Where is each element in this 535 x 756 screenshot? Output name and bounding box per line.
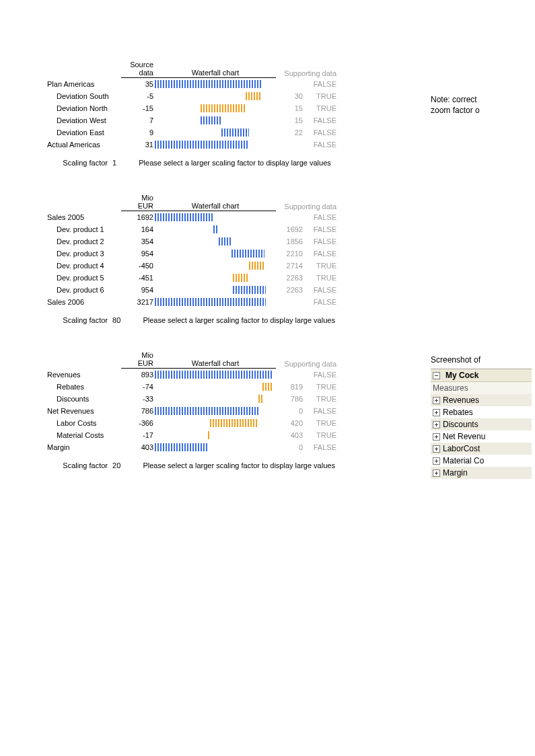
row-label: Dev. product 2 [47, 237, 121, 245]
row-label: Net Revenues [47, 407, 121, 415]
row-value: 9 [121, 128, 155, 137]
value-col-header: MioEUR [121, 351, 155, 369]
support-bool: FALSE [303, 443, 336, 451]
support-bool: FALSE [303, 237, 336, 245]
support-bool: FALSE [303, 286, 336, 294]
row-value: 1692 [121, 213, 155, 221]
panel-row[interactable]: Material Co [431, 455, 532, 467]
panel-row-label: Revenues [443, 395, 479, 406]
panel-row[interactable]: Net Revenu [431, 430, 532, 443]
bar-segment [155, 407, 258, 415]
panel-header[interactable]: My Cock [431, 369, 532, 382]
expand-icon[interactable] [433, 409, 440, 416]
table-row: Sales 2005 1692 FALSE [47, 211, 384, 223]
row-label: Deviation North [47, 104, 121, 112]
row-label: Deviation East [47, 128, 121, 137]
table-row: Deviation West 7 15 FALSE [47, 114, 384, 126]
support-value: 0 [276, 443, 303, 451]
row-label: Deviation West [47, 116, 121, 124]
panel-row[interactable]: Rebates [431, 406, 532, 418]
expand-icon[interactable] [433, 421, 440, 428]
scaling-factor-value: 20 [112, 461, 120, 469]
bar-cell [155, 140, 276, 149]
bar-segment [262, 383, 272, 391]
row-value: 354 [121, 237, 155, 245]
table-row: Material Costs -17 403 TRUE [47, 429, 384, 441]
row-label: Sales 2005 [47, 213, 121, 221]
bar-segment [155, 213, 213, 221]
table-row: Dev. product 3 954 2210 FALSE [47, 248, 384, 260]
bar-cell [155, 79, 276, 89]
support-value: 0 [276, 407, 303, 415]
table-row: Dev. product 5 -451 2263 TRUE [47, 272, 384, 284]
row-label: Margin [47, 443, 121, 451]
support-bool: FALSE [303, 250, 336, 258]
bar-segment [249, 262, 264, 270]
row-value: 7 [121, 116, 155, 124]
bar-cell [155, 116, 276, 125]
panel-row[interactable]: LaborCost [431, 443, 532, 455]
bar-cell [155, 297, 276, 307]
chart-title: Waterfall chart [155, 359, 276, 369]
panel-row[interactable]: Discounts [431, 418, 532, 430]
panel-row-label: Material Co [443, 455, 484, 466]
table-row: Actual Americas 31 FALSE [47, 139, 384, 151]
row-value: -451 [121, 274, 155, 282]
expand-icon[interactable] [433, 457, 440, 465]
row-label: Dev. product 6 [47, 286, 121, 294]
support-bool: FALSE [303, 225, 336, 233]
expand-icon[interactable] [433, 469, 440, 477]
row-value: -450 [121, 262, 155, 270]
bar-segment [210, 419, 258, 427]
row-value: 403 [121, 443, 155, 451]
row-label: Discounts [47, 395, 121, 403]
value-col-header: MioEUR [121, 194, 155, 211]
row-label: Labor Costs [47, 419, 121, 427]
support-value: 2263 [276, 286, 303, 294]
bar-segment [233, 274, 248, 282]
scaling-hint: Please select a larger scaling factor to… [143, 461, 335, 469]
expand-icon[interactable] [433, 445, 440, 453]
bar-segment [246, 92, 261, 100]
table-row: Deviation North -15 15 TRUE [47, 102, 384, 114]
table-row: Dev. product 1 164 1692 FALSE [47, 223, 384, 235]
bar-cell [155, 273, 276, 282]
waterfall-0: Sourcedata Waterfall chart Supporting da… [47, 61, 384, 167]
bar-segment [155, 80, 261, 88]
support-bool: TRUE [303, 262, 336, 270]
row-label: Dev. product 3 [47, 250, 121, 258]
expand-icon[interactable] [433, 433, 440, 441]
screenshot-label: Screenshot of [431, 355, 480, 365]
panel-row[interactable]: Revenues [431, 394, 532, 406]
row-label: Dev. product 5 [47, 274, 121, 282]
table-row: Rebates -74 819 TRUE [47, 381, 384, 393]
support-value: 15 [276, 104, 303, 112]
table-row: Margin 403 0 FALSE [47, 441, 384, 453]
row-label: Plan Americas [47, 80, 121, 88]
bar-cell [155, 261, 276, 270]
collapse-icon[interactable] [433, 372, 440, 379]
bar-segment [213, 225, 219, 233]
support-value: 420 [276, 419, 303, 427]
support-value: 786 [276, 395, 303, 403]
panel-row-label: Rebates [443, 407, 473, 418]
support-value: 2714 [276, 262, 303, 270]
expand-icon[interactable] [433, 397, 440, 404]
bar-cell [155, 237, 276, 246]
bar-segment [219, 237, 231, 245]
bar-cell [155, 213, 276, 222]
table-row: Plan Americas 35 FALSE [47, 78, 384, 90]
support-value: 2210 [276, 250, 303, 258]
measures-heading: Measures [431, 382, 532, 394]
scaling-footer: Scaling factor 1 Please select a larger … [47, 159, 384, 167]
bar-cell [155, 285, 276, 295]
scaling-factor-value: 80 [112, 316, 120, 324]
bar-cell [155, 225, 276, 234]
table-row: Sales 2006 3217 FALSE [47, 296, 384, 308]
row-value: 164 [121, 225, 155, 233]
scaling-factor-value: 1 [112, 159, 116, 167]
panel-row[interactable]: Margin [431, 467, 532, 479]
row-value: -366 [121, 419, 155, 427]
row-value: 35 [121, 80, 155, 88]
measures-panel: My Cock Measures Revenues Rebates Discou… [431, 369, 532, 479]
